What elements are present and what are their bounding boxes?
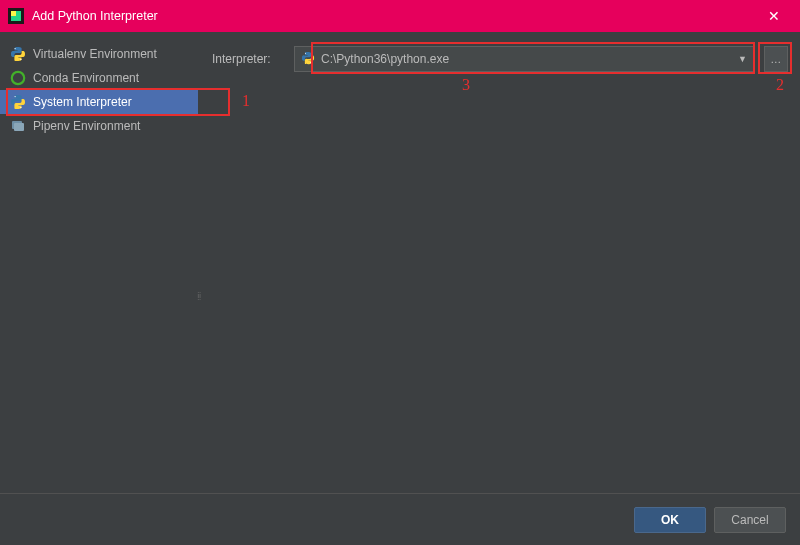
content: Virtualenv Environment Conda Environment… (0, 32, 800, 493)
svg-point-5 (12, 72, 24, 84)
interpreter-path: C:\Python36\python.exe (321, 52, 449, 66)
close-button[interactable]: ✕ (754, 0, 794, 32)
python-icon (301, 51, 315, 68)
sidebar-item-label: Pipenv Environment (33, 119, 140, 133)
sidebar-item-virtualenv[interactable]: Virtualenv Environment (0, 42, 198, 66)
sidebar: Virtualenv Environment Conda Environment… (0, 32, 198, 493)
interpreter-label: Interpreter: (212, 52, 284, 66)
browse-button[interactable]: ... (764, 46, 788, 72)
conda-icon (10, 70, 26, 86)
svg-point-6 (15, 96, 16, 97)
titlebar-left: Add Python Interpreter (8, 8, 158, 24)
interpreter-row: Interpreter: C:\Python36\python.exe ▼ (212, 46, 788, 72)
sidebar-item-label: Conda Environment (33, 71, 139, 85)
sidebar-item-system[interactable]: System Interpreter (0, 90, 198, 114)
cancel-label: Cancel (731, 513, 768, 527)
sidebar-item-pipenv[interactable]: Pipenv Environment (0, 114, 198, 138)
interpreter-dropdown[interactable]: C:\Python36\python.exe ▼ (294, 46, 754, 72)
svg-point-7 (20, 107, 21, 108)
ok-button[interactable]: OK (634, 507, 706, 533)
sidebar-item-label: System Interpreter (33, 95, 132, 109)
svg-point-3 (15, 48, 16, 49)
dropdown-value: C:\Python36\python.exe (301, 51, 449, 68)
ellipsis-icon: ... (771, 53, 782, 65)
svg-point-4 (20, 59, 21, 60)
pycharm-icon (8, 8, 24, 24)
window-title: Add Python Interpreter (32, 9, 158, 23)
titlebar: Add Python Interpreter ✕ (0, 0, 800, 32)
cancel-button[interactable]: Cancel (714, 507, 786, 533)
sidebar-item-label: Virtualenv Environment (33, 47, 157, 61)
button-bar: OK Cancel (0, 493, 800, 545)
svg-point-11 (310, 62, 311, 63)
close-icon: ✕ (768, 8, 780, 24)
svg-rect-2 (11, 11, 16, 16)
main-panel: Interpreter: C:\Python36\python.exe ▼ (198, 32, 800, 493)
svg-point-10 (305, 52, 306, 53)
sidebar-item-conda[interactable]: Conda Environment (0, 66, 198, 90)
pipenv-icon (10, 118, 26, 134)
chevron-down-icon: ▼ (738, 54, 747, 64)
svg-rect-9 (14, 123, 24, 131)
python-icon (10, 94, 26, 110)
python-icon (10, 46, 26, 62)
splitter-handle[interactable]: ⠿⠿ (197, 294, 201, 308)
ok-label: OK (661, 513, 679, 527)
